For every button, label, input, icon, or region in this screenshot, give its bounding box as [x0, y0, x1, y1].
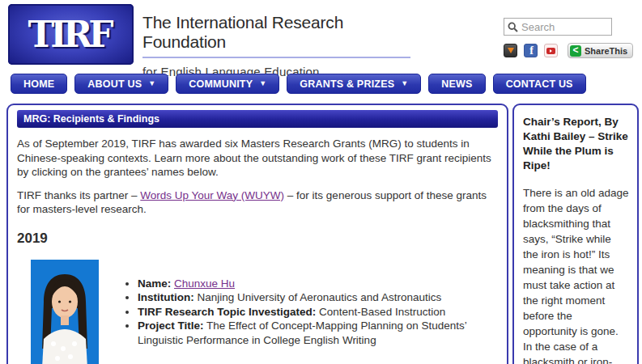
- search-box[interactable]: [504, 18, 612, 36]
- recipient-photo: [31, 260, 99, 364]
- recipient-name-link[interactable]: Chunxue Hu: [174, 277, 235, 290]
- recipient-facts: Name: Chunxue Hu Institution: Nanjing Un…: [138, 277, 498, 364]
- tirf-logo-text: TIRF: [28, 14, 113, 55]
- sidebar-body: There is an old adage from the days of b…: [523, 185, 629, 364]
- fact-project: Project Title: The Effect of Concept-Map…: [138, 319, 498, 347]
- search-icon: [508, 22, 518, 32]
- social-icons-row: f < ShareThis: [504, 43, 633, 58]
- sidebar-panel: Chair’s Report, By Kathi Bailey – Strike…: [512, 104, 639, 364]
- title-underline: [142, 57, 410, 58]
- nav-grants-prizes[interactable]: GRANTS & PRIZES ▼: [287, 74, 421, 94]
- nav-community[interactable]: COMMUNITY ▼: [176, 74, 279, 94]
- search-input[interactable]: [521, 21, 608, 33]
- site-title: The International Research Foundation: [142, 13, 418, 52]
- sidebar-heading[interactable]: Chair’s Report, By Kathi Bailey – Strike…: [523, 115, 629, 173]
- nav-news[interactable]: NEWS: [428, 74, 485, 94]
- page-title: MRG: Recipients & Findings: [17, 110, 498, 128]
- partner-paragraph: TIRF thanks its partner – Words Up Your …: [17, 188, 498, 217]
- chevron-down-icon: ▼: [148, 80, 155, 87]
- facebook-icon[interactable]: f: [524, 44, 538, 57]
- youtube-icon[interactable]: [544, 44, 558, 57]
- intro-paragraph: As of September 2019, TIRF has awarded s…: [17, 137, 498, 180]
- recipient-row: Name: Chunxue Hu Institution: Nanjing Un…: [17, 260, 498, 364]
- nav-about-us[interactable]: ABOUT US ▼: [74, 74, 168, 94]
- main-content-panel: MRG: Recipients & Findings As of Septemb…: [6, 104, 508, 364]
- wuyw-link[interactable]: Words Up Your Way (WUYW): [140, 189, 284, 201]
- fact-institution: Institution: Nanjing University of Aeron…: [138, 290, 498, 305]
- fact-name: Name: Chunxue Hu: [138, 277, 498, 291]
- sharethis-icon: <: [570, 45, 581, 57]
- year-heading: 2019: [17, 231, 498, 247]
- fact-topic: TIRF Research Topic Investigated: Conten…: [138, 305, 498, 320]
- nav-home[interactable]: HOME: [11, 74, 67, 94]
- tirf-logo[interactable]: TIRF: [8, 4, 134, 65]
- main-nav: HOME ABOUT US ▼ COMMUNITY ▼ GRANTS & PRI…: [11, 74, 586, 94]
- nav-contact-us[interactable]: CONTACT US: [493, 74, 586, 94]
- sharethis-button[interactable]: < ShareThis: [568, 43, 633, 58]
- chevron-down-icon: ▼: [401, 80, 408, 87]
- chevron-down-icon: ▼: [259, 80, 266, 87]
- site-title-block: The International Research Foundation fo…: [142, 13, 418, 78]
- email-icon[interactable]: [504, 44, 517, 57]
